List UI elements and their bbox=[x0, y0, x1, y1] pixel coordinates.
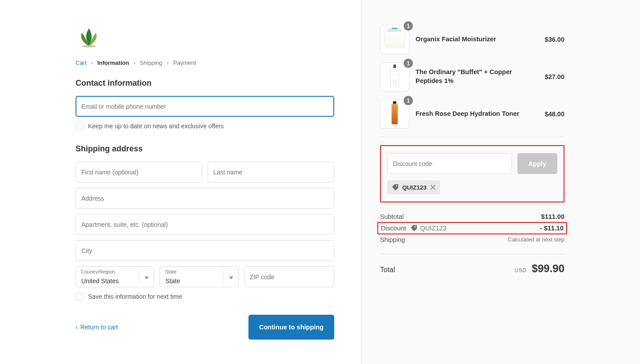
apartment-field[interactable] bbox=[76, 214, 334, 235]
breadcrumb-information: Information bbox=[97, 59, 129, 66]
shipping-label: Shipping bbox=[380, 236, 405, 243]
return-label: Return to cart bbox=[80, 324, 118, 331]
address-field[interactable] bbox=[76, 188, 334, 209]
item-name: Fresh Rose Deep Hydration Toner bbox=[416, 110, 539, 119]
store-logo[interactable] bbox=[76, 25, 334, 50]
return-to-cart-link[interactable]: ‹ Return to cart bbox=[76, 324, 118, 331]
first-name-field[interactable] bbox=[76, 162, 202, 182]
breadcrumb-cart[interactable]: Cart bbox=[76, 59, 87, 66]
chevron-left-icon: ‹ bbox=[76, 324, 78, 331]
news-checkbox[interactable] bbox=[76, 122, 84, 130]
discount-code-text: QUIZ123 bbox=[420, 225, 446, 232]
tag-icon bbox=[392, 184, 399, 191]
cart-item: 1 Fresh Rose Deep Hydration Toner $48.00 bbox=[380, 99, 564, 129]
item-name: The Ordinary "Buffet" + Copper Peptides … bbox=[416, 68, 539, 85]
chevron-right-icon: › bbox=[133, 59, 135, 66]
last-name-field[interactable] bbox=[208, 162, 334, 182]
discount-section-highlight: Apply QUIZ123 bbox=[380, 145, 564, 202]
discount-code-field[interactable] bbox=[387, 153, 512, 174]
shipping-note: Calculated at next step bbox=[508, 237, 564, 243]
tag-icon bbox=[410, 225, 417, 232]
country-mini-label: Country/Region bbox=[81, 269, 115, 274]
qty-badge: 1 bbox=[404, 21, 413, 31]
divider bbox=[380, 137, 564, 137]
total-label: Total bbox=[380, 266, 395, 274]
breadcrumb-shipping: Shipping bbox=[140, 59, 163, 66]
subtotal-label: Subtotal bbox=[380, 213, 404, 220]
remove-discount-icon[interactable] bbox=[430, 185, 436, 190]
discount-line-highlight: Discount QUIZ123 - $11.10 bbox=[377, 222, 567, 234]
discount-label: Discount bbox=[381, 225, 406, 232]
cart-item: 1 The Ordinary "Buffet" + Copper Peptide… bbox=[380, 62, 564, 91]
currency-label: USD bbox=[515, 267, 527, 273]
state-select[interactable]: State bbox=[160, 266, 238, 287]
applied-code-label: QUIZ123 bbox=[402, 184, 427, 191]
discount-value: - $11.10 bbox=[540, 225, 564, 232]
contact-heading: Contact information bbox=[76, 79, 334, 88]
divider bbox=[380, 254, 564, 254]
svg-point-1 bbox=[396, 186, 397, 187]
country-select[interactable]: Country/Region bbox=[76, 266, 154, 287]
apply-discount-button[interactable]: Apply bbox=[517, 153, 557, 174]
chevron-right-icon: › bbox=[167, 59, 168, 66]
continue-to-shipping-button[interactable]: Continue to shipping bbox=[248, 315, 334, 340]
zip-field[interactable] bbox=[244, 266, 334, 287]
breadcrumb-payment: Payment bbox=[173, 59, 196, 66]
state-mini-label: State bbox=[165, 269, 176, 274]
subtotal-value: $111.00 bbox=[541, 213, 564, 220]
shipping-heading: Shipping address bbox=[76, 144, 334, 154]
applied-discount-chip: QUIZ123 bbox=[387, 180, 440, 194]
email-field[interactable] bbox=[76, 96, 334, 117]
item-price: $48.00 bbox=[545, 111, 564, 118]
breadcrumb: Cart › Information › Shipping › Payment bbox=[76, 59, 334, 66]
city-field[interactable] bbox=[76, 240, 334, 261]
chevron-right-icon: › bbox=[91, 59, 93, 66]
save-info-label: Save this information for next time bbox=[88, 293, 182, 300]
svg-point-0 bbox=[82, 45, 96, 47]
cart-item: 1 Organix Facial Moisturizer $36.00 bbox=[380, 25, 564, 54]
item-price: $27.00 bbox=[545, 73, 564, 80]
qty-badge: 1 bbox=[404, 59, 413, 68]
item-name: Organix Facial Moisturizer bbox=[416, 35, 539, 44]
total-value: $99.90 bbox=[532, 262, 564, 275]
svg-point-2 bbox=[415, 226, 416, 228]
qty-badge: 1 bbox=[404, 96, 413, 105]
save-info-checkbox[interactable] bbox=[76, 293, 84, 301]
news-label: Keep me up to date on news and exclusive… bbox=[88, 123, 224, 130]
item-price: $36.00 bbox=[545, 36, 564, 43]
